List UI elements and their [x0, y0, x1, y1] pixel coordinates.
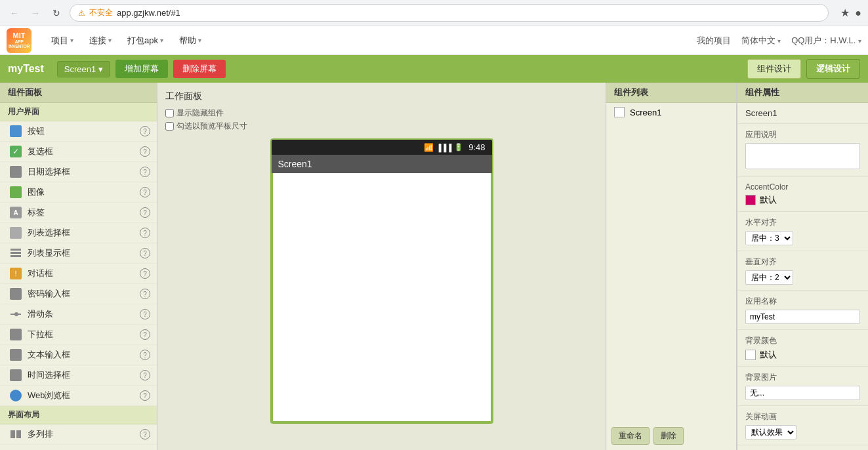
battery-icon: 🔋 [454, 143, 463, 152]
component-textbox[interactable]: 文本输入框 ? [0, 345, 157, 365]
browser-actions: ★ ● [840, 7, 861, 19]
status-icons: 📶 ▐▐▐ 🔋 9:48 [424, 142, 486, 152]
component-multicolumn[interactable]: 多列排 ? [0, 424, 157, 445]
help-icon[interactable]: ? [140, 289, 150, 299]
component-checkbox[interactable]: ✓ 复选框 ? [0, 142, 157, 162]
delete-button[interactable]: 删除 [653, 427, 684, 445]
component-listview[interactable]: 列表显示框 ? [0, 243, 157, 264]
layout-icon [9, 428, 22, 441]
textbox-icon [9, 348, 22, 361]
slider-icon [9, 308, 22, 321]
label-icon: A [9, 206, 22, 219]
menu-item-package[interactable]: 打包apk ▾ [121, 31, 170, 51]
component-timepicker[interactable]: 时间选择框 ? [0, 365, 157, 386]
svg-point-4 [14, 312, 18, 316]
back-button[interactable]: ← [7, 5, 22, 21]
wifi-icon: 📶 [424, 143, 434, 152]
button-icon [9, 125, 22, 138]
logic-button[interactable]: 逻辑设计 [806, 59, 860, 79]
accent-color-value: 默认 [760, 194, 777, 206]
timepicker-icon [9, 369, 22, 382]
app-description-input[interactable] [745, 143, 860, 169]
prop-bg-image: 背景图片 [737, 367, 868, 406]
my-projects-link[interactable]: 我的项目 [697, 35, 731, 47]
checkbox-icon: ✓ [9, 145, 22, 158]
help-icon[interactable]: ? [140, 268, 150, 279]
component-slider[interactable]: 滑动条 ? [0, 304, 157, 325]
dialog-icon: ! [9, 267, 22, 280]
help-icon[interactable]: ? [140, 248, 150, 258]
component-list-title: 组件列表 [606, 83, 736, 103]
help-icon[interactable]: ? [140, 207, 150, 218]
help-icon[interactable]: ? [140, 187, 150, 197]
add-screen-button[interactable]: 增加屏幕 [115, 60, 168, 78]
arrow-icon: ▾ [160, 37, 163, 44]
bg-image-input[interactable] [745, 386, 860, 400]
component-list-panel: 组件列表 Screen1 重命名 删除 [606, 83, 737, 450]
app-name-input[interactable] [745, 310, 860, 324]
component-dialog[interactable]: ! 对话框 ? [0, 264, 157, 284]
remove-screen-button[interactable]: 删除屏幕 [173, 60, 226, 78]
reload-button[interactable]: ↻ [49, 5, 64, 21]
preview-tablet-checkbox[interactable] [165, 122, 174, 131]
comp-list-screen1[interactable]: Screen1 [606, 103, 736, 121]
show-hidden-label[interactable]: 显示隐藏组件 [165, 108, 247, 119]
forward-button[interactable]: → [28, 5, 43, 21]
valign-select[interactable]: 居中：2 上：1 下：3 [745, 270, 793, 285]
menu-item-connect[interactable]: 连接 ▾ [83, 31, 118, 51]
properties-panel: 组件属性 Screen1 应用说明 AccentColor 默认 水平对齐 居中… [737, 83, 868, 450]
show-hidden-checkbox[interactable] [165, 109, 174, 117]
component-list-footer: 重命名 删除 [606, 422, 736, 450]
component-image[interactable]: 图像 ? [0, 182, 157, 203]
help-icon[interactable]: ? [140, 429, 150, 440]
help-icon[interactable]: ? [140, 167, 150, 177]
user-menu[interactable]: QQ用户：H.W.L. ▾ [791, 35, 861, 47]
url-text: app.gzjkw.net/#1 [117, 8, 820, 18]
address-bar[interactable]: ⚠ 不安全 app.gzjkw.net/#1 [70, 4, 829, 22]
component-listpicker[interactable]: 列表选择框 ? [0, 223, 157, 243]
prop-app-name: 应用名称 [737, 291, 868, 330]
help-icon[interactable]: ? [140, 146, 150, 157]
listview-icon [9, 247, 22, 260]
password-icon [9, 287, 22, 300]
component-date[interactable]: 日期选择框 ? [0, 162, 157, 182]
time-display: 9:48 [468, 142, 485, 152]
menu-item-project[interactable]: 项目 ▾ [45, 31, 80, 51]
rename-button[interactable]: 重命名 [611, 427, 650, 445]
close-anim-select[interactable]: 默认效果 [745, 425, 796, 440]
menu-item-help[interactable]: 帮助 ▾ [173, 31, 208, 51]
screen-selector[interactable]: Screen1 ▾ [57, 61, 110, 77]
designer-button[interactable]: 组件设计 [747, 59, 801, 79]
help-icon[interactable]: ? [140, 390, 150, 401]
arrow-icon: ▾ [198, 37, 201, 44]
component-webview[interactable]: Web浏览框 ? [0, 386, 157, 406]
arrow-icon: ▾ [777, 37, 781, 45]
signal-icon: ▐▐▐ [436, 144, 451, 152]
language-selector[interactable]: 简体中文 ▾ [741, 35, 781, 47]
prop-accent-color: AccentColor 默认 [737, 177, 868, 212]
help-icon[interactable]: ? [140, 329, 150, 340]
help-icon[interactable]: ? [140, 309, 150, 319]
help-icon[interactable]: ? [140, 370, 150, 380]
halign-select[interactable]: 居中：3 左：1 右：2 [745, 231, 793, 245]
header-right: 我的项目 简体中文 ▾ QQ用户：H.W.L. ▾ [697, 35, 861, 47]
component-spinner[interactable]: 下拉框 ? [0, 325, 157, 345]
account-button[interactable]: ● [855, 7, 861, 19]
preview-tablet-label[interactable]: 勾选以预览平板尺寸 [165, 121, 247, 132]
component-password[interactable]: 密码输入框 ? [0, 284, 157, 304]
accent-color-swatch[interactable] [745, 195, 756, 205]
prop-bg-color: 背景颜色 默认 [737, 330, 868, 367]
bg-color-swatch[interactable] [745, 350, 756, 360]
component-palette: 组件面板 用户界面 按钮 ? ✓ 复选框 ? 日期选择框 ? 图像 ? A 标签… [0, 83, 157, 450]
webview-icon [9, 389, 22, 402]
prop-screen-name: Screen1 [737, 103, 868, 124]
bg-color-value: 默认 [760, 349, 777, 361]
component-label[interactable]: A 标签 ? [0, 203, 157, 223]
help-icon[interactable]: ? [140, 126, 150, 136]
phone-outer: 📶 ▐▐▐ 🔋 9:48 Screen1 [165, 138, 598, 424]
help-icon[interactable]: ? [140, 228, 150, 238]
phone-screen-title: Screen1 [272, 155, 492, 173]
help-icon[interactable]: ? [140, 350, 150, 360]
component-button[interactable]: 按钮 ? [0, 121, 157, 142]
bookmark-button[interactable]: ★ [840, 7, 850, 19]
